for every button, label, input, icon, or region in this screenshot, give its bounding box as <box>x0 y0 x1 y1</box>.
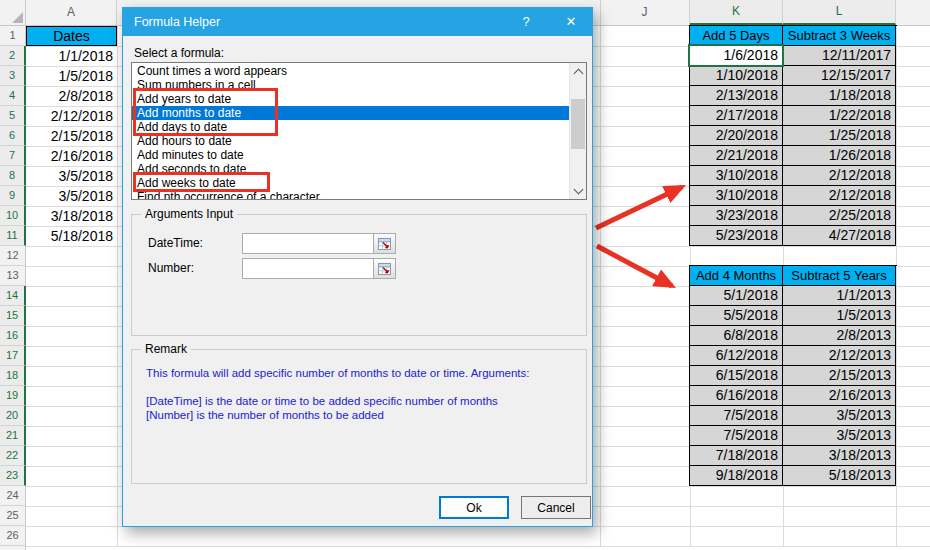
table-cell[interactable]: 1/10/2018 <box>690 66 783 86</box>
cell-a9[interactable]: 3/5/2018 <box>26 186 117 206</box>
table-cell[interactable]: 2/12/2013 <box>783 346 896 366</box>
column-header-l[interactable]: L <box>783 0 896 25</box>
table-cell[interactable]: 1/18/2018 <box>783 86 896 106</box>
table-cell[interactable]: 12/11/2017 <box>783 46 896 66</box>
row-header-2[interactable]: 2 <box>0 46 26 66</box>
row-header-5[interactable]: 5 <box>0 106 26 126</box>
table-cell[interactable]: 6/8/2018 <box>690 326 783 346</box>
row-header-3[interactable]: 3 <box>0 66 26 86</box>
formula-item[interactable]: Add years to date <box>132 92 569 106</box>
row-header-10[interactable]: 10 <box>0 206 26 226</box>
listbox-scrollbar[interactable] <box>569 63 586 199</box>
column-header-k[interactable]: K <box>690 0 783 25</box>
cell-a2[interactable]: 1/1/2018 <box>26 46 117 66</box>
table-cell[interactable]: 6/16/2018 <box>690 386 783 406</box>
table-cell[interactable]: 2/15/2013 <box>783 366 896 386</box>
formula-item[interactable]: Add weeks to date <box>132 176 569 190</box>
help-button[interactable]: ? <box>511 8 541 36</box>
table-cell[interactable]: 3/5/2013 <box>783 426 896 446</box>
table-header-cell[interactable]: Subtract 3 Weeks <box>783 26 896 46</box>
scrollbar-thumb[interactable] <box>571 99 585 149</box>
dialog-titlebar[interactable]: Formula Helper ? ✕ <box>123 8 592 36</box>
formula-item[interactable]: Add months to date <box>132 106 569 120</box>
table-cell[interactable]: 1/26/2018 <box>783 146 896 166</box>
table-cell[interactable]: 2/13/2018 <box>690 86 783 106</box>
row-header-25[interactable]: 25 <box>0 506 26 526</box>
column-header-a[interactable]: A <box>26 0 117 25</box>
table-cell[interactable]: 4/27/2018 <box>783 226 896 246</box>
row-header-22[interactable]: 22 <box>0 446 26 466</box>
formula-item[interactable]: Add hours to date <box>132 134 569 148</box>
row-header-24[interactable]: 24 <box>0 486 26 506</box>
table-cell[interactable]: 2/12/2018 <box>783 186 896 206</box>
cancel-button[interactable]: Cancel <box>521 496 591 519</box>
row-header-13[interactable]: 13 <box>0 266 26 286</box>
row-header-11[interactable]: 11 <box>0 226 26 246</box>
table-cell[interactable]: 12/15/2017 <box>783 66 896 86</box>
formula-item[interactable]: Add days to date <box>132 120 569 134</box>
row-header-16[interactable]: 16 <box>0 326 26 346</box>
row-header-4[interactable]: 4 <box>0 86 26 106</box>
row-header-9[interactable]: 9 <box>0 186 26 206</box>
table-cell[interactable]: 5/18/2013 <box>783 466 896 486</box>
scroll-up-button[interactable] <box>570 63 586 80</box>
row-header-21[interactable]: 21 <box>0 426 26 446</box>
table-cell[interactable]: 9/18/2018 <box>690 466 783 486</box>
row-header-18[interactable]: 18 <box>0 366 26 386</box>
row-header-17[interactable]: 17 <box>0 346 26 366</box>
formula-listbox[interactable]: Count times a word appearsSum numbers in… <box>131 62 587 200</box>
table-cell[interactable]: 2/8/2013 <box>783 326 896 346</box>
row-header-6[interactable]: 6 <box>0 126 26 146</box>
table-cell[interactable]: 5/5/2018 <box>690 306 783 326</box>
cell-a6[interactable]: 2/15/2018 <box>26 126 117 146</box>
datetime-input[interactable] <box>243 234 373 253</box>
table-cell[interactable]: 3/23/2018 <box>690 206 783 226</box>
table-cell[interactable]: 7/18/2018 <box>690 446 783 466</box>
table-cell[interactable]: 2/17/2018 <box>690 106 783 126</box>
formula-item[interactable]: Find nth occurrence of a character <box>132 190 569 199</box>
row-header-19[interactable]: 19 <box>0 386 26 406</box>
row-header-20[interactable]: 20 <box>0 406 26 426</box>
table-cell[interactable]: 2/12/2018 <box>783 166 896 186</box>
formula-item[interactable]: Count times a word appears <box>132 64 569 78</box>
formula-item[interactable]: Sum numbers in a cell <box>132 78 569 92</box>
number-input[interactable] <box>243 259 373 278</box>
cell-a4[interactable]: 2/8/2018 <box>26 86 117 106</box>
scroll-down-button[interactable] <box>570 182 586 199</box>
row-header-26[interactable]: 26 <box>0 526 26 546</box>
table-header-cell[interactable]: Subtract 5 Years <box>783 266 896 286</box>
formula-item[interactable]: Add seconds to date <box>132 162 569 176</box>
table-cell[interactable]: 5/1/2018 <box>690 286 783 306</box>
cell-a10[interactable]: 3/18/2018 <box>26 206 117 226</box>
row-header-23[interactable]: 23 <box>0 466 26 486</box>
cell-a8[interactable]: 3/5/2018 <box>26 166 117 186</box>
table-cell[interactable]: 1/22/2018 <box>783 106 896 126</box>
table-header-cell[interactable]: Add 5 Days <box>690 26 783 46</box>
table-cell[interactable]: 1/5/2013 <box>783 306 896 326</box>
active-cell-k2[interactable]: 1/6/2018 <box>688 44 784 67</box>
cell-a11[interactable]: 5/18/2018 <box>26 226 117 246</box>
column-header-j[interactable]: J <box>600 0 690 25</box>
cell-a3[interactable]: 1/5/2018 <box>26 66 117 86</box>
cell-a5[interactable]: 2/12/2018 <box>26 106 117 126</box>
table-cell[interactable]: 2/16/2013 <box>783 386 896 406</box>
table-cell[interactable]: 2/21/2018 <box>690 146 783 166</box>
ok-button[interactable]: Ok <box>439 496 509 519</box>
table-header-cell[interactable]: Add 4 Months <box>690 266 783 286</box>
cell-a1-dates-header[interactable]: Dates <box>26 26 117 46</box>
formula-item[interactable]: Add minutes to date <box>132 148 569 162</box>
cell-a7[interactable]: 2/16/2018 <box>26 146 117 166</box>
table-cell[interactable]: 3/5/2013 <box>783 406 896 426</box>
table-cell[interactable]: 7/5/2018 <box>690 406 783 426</box>
close-button[interactable]: ✕ <box>551 8 591 36</box>
row-header-12[interactable]: 12 <box>0 246 26 266</box>
select-all-corner[interactable] <box>0 0 26 25</box>
table-cell[interactable]: 5/23/2018 <box>690 226 783 246</box>
row-header-15[interactable]: 15 <box>0 306 26 326</box>
datetime-range-selector-button[interactable] <box>373 234 395 253</box>
row-header-14[interactable]: 14 <box>0 286 26 306</box>
table-cell[interactable]: 1/1/2013 <box>783 286 896 306</box>
table-cell[interactable]: 6/12/2018 <box>690 346 783 366</box>
table-cell[interactable]: 2/20/2018 <box>690 126 783 146</box>
number-range-selector-button[interactable] <box>373 259 395 278</box>
